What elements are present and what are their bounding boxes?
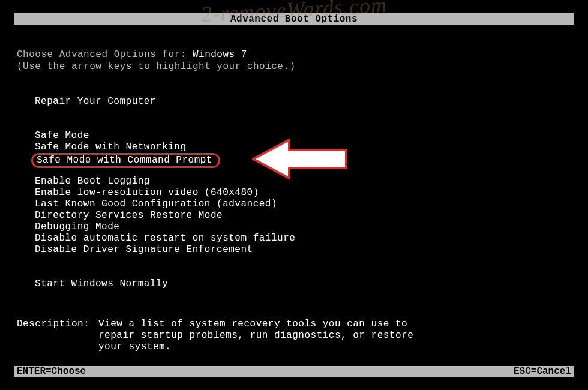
os-name: Windows 7 xyxy=(193,49,247,60)
boot-menu[interactable]: Repair Your Computer Safe Mode Safe Mode… xyxy=(17,96,571,290)
description-label: Description: xyxy=(17,319,98,353)
menu-item-lowres[interactable]: Enable low-resolution video (640x480) xyxy=(31,187,263,199)
prompt-line: Choose Advanced Options for: Windows 7 xyxy=(17,49,571,60)
title-bar: Advanced Boot Options xyxy=(14,13,574,25)
menu-item-dsrm[interactable]: Directory Services Restore Mode xyxy=(31,210,226,221)
footer-enter: ENTER=Choose xyxy=(17,366,86,377)
menu-item-safemode-net[interactable]: Safe Mode with Networking xyxy=(31,142,190,153)
menu-item-disablesig[interactable]: Disable Driver Signature Enforcement xyxy=(31,244,257,256)
hint-line: (Use the arrow keys to highlight your ch… xyxy=(17,61,571,72)
prompt-prefix: Choose Advanced Options for: xyxy=(17,49,193,60)
menu-item-bootlog[interactable]: Enable Boot Logging xyxy=(31,176,154,187)
menu-item-debug[interactable]: Debugging Mode xyxy=(31,221,123,233)
menu-item-noautorestart[interactable]: Disable automatic restart on system fail… xyxy=(31,233,299,244)
boot-screen: Advanced Boot Options Choose Advanced Op… xyxy=(0,0,588,353)
menu-item-lkgc[interactable]: Last Known Good Configuration (advanced) xyxy=(31,199,281,210)
footer-bar: ENTER=Choose ESC=Cancel xyxy=(14,366,574,377)
menu-item-startnormal[interactable]: Start Windows Normally xyxy=(31,278,172,290)
menu-item-safemode[interactable]: Safe Mode xyxy=(31,130,93,142)
description-block: Description: View a list of system recov… xyxy=(17,319,571,353)
footer-esc: ESC=Cancel xyxy=(514,366,571,377)
menu-item-safemode-cmd-highlighted[interactable]: Safe Mode with Command Prompt xyxy=(31,153,220,168)
description-text: View a list of system recovery tools you… xyxy=(98,319,434,353)
menu-item-repair[interactable]: Repair Your Computer xyxy=(31,96,160,107)
body-area: Choose Advanced Options for: Windows 7 (… xyxy=(14,25,574,353)
